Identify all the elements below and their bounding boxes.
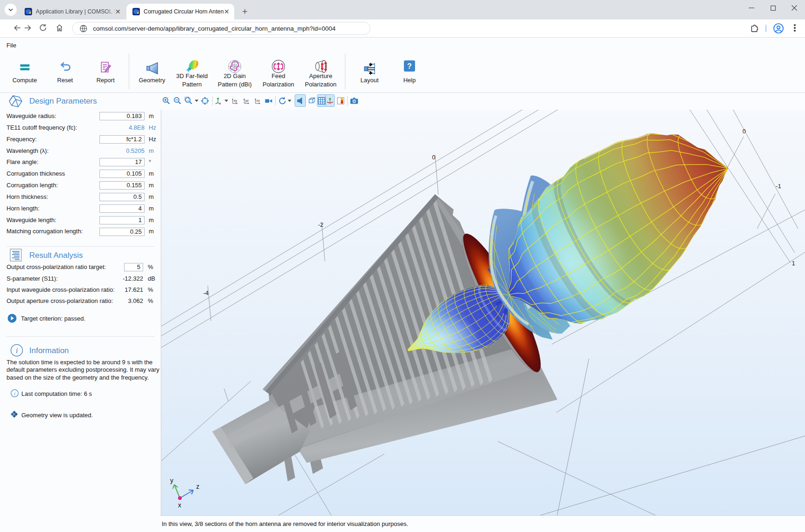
svg-text:-4: -4 <box>203 289 209 296</box>
svg-text:?: ? <box>407 62 412 70</box>
svg-text:-2: -2 <box>318 221 323 228</box>
svg-text:xy: xy <box>234 99 238 103</box>
svg-text:-1: -1 <box>776 183 781 190</box>
svg-text:1: 1 <box>792 260 795 267</box>
svg-text:xz: xz <box>257 99 260 103</box>
svg-text:y: y <box>170 477 173 484</box>
svg-text:i: i <box>16 346 18 355</box>
svg-text:0: 0 <box>432 154 435 161</box>
svg-text:0: 0 <box>742 128 746 135</box>
svg-text:x: x <box>178 501 181 509</box>
svg-text:yz: yz <box>245 99 249 103</box>
svg-text:z: z <box>196 483 199 490</box>
svg-text:i: i <box>14 391 15 396</box>
